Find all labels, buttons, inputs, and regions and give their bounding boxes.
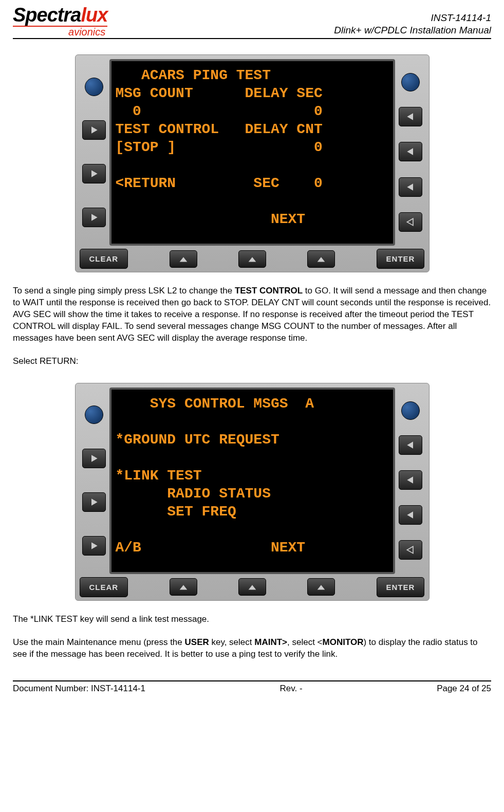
enter-button[interactable]: ENTER [377, 249, 425, 269]
lsk-l2[interactable] [82, 120, 106, 140]
lsk-l4[interactable] [82, 208, 106, 227]
annunciator-left[interactable] [85, 78, 103, 96]
right-lsk-column [395, 59, 426, 246]
lsk-r2b[interactable] [399, 435, 422, 455]
arrow-up-button-b1[interactable] [170, 578, 197, 596]
doc-title: Dlink+ w/CPDLC Installation Manual [334, 24, 491, 37]
bold-user: USER [185, 637, 209, 647]
arrow-up-button-b3[interactable] [307, 578, 335, 596]
bold-test-control: TEST CONTROL [235, 286, 303, 296]
cdu-unit-2: SYS CONTROL MSGS A *GROUND UTC REQUEST *… [75, 383, 430, 601]
clear-button[interactable]: CLEAR [80, 249, 128, 269]
left-lsk-column-2 [79, 387, 109, 574]
cdu-screen-2: SYS CONTROL MSGS A *GROUND UTC REQUEST *… [109, 387, 395, 574]
arrow-up-button-3[interactable] [307, 250, 335, 268]
lsk-l2b[interactable] [82, 449, 106, 468]
bold-maint: MAINT> [254, 637, 287, 647]
lsk-r4b[interactable] [399, 505, 422, 525]
header-right: INST-14114-1 Dlink+ w/CPDLC Installation… [334, 12, 491, 37]
logo-subtext: avionics [13, 26, 107, 37]
page-header: Spectralux avionics INST-14114-1 Dlink+ … [13, 5, 491, 39]
bold-monitor: MONITOR [323, 637, 364, 647]
arrow-up-button-b2[interactable] [238, 578, 266, 596]
cdu-unit-1: ACARS PING TEST MSG COUNT DELAY SEC 0 0 … [75, 54, 430, 272]
footer-center: Rev. - [280, 684, 303, 694]
left-lsk-column [79, 59, 109, 246]
lsk-l4b[interactable] [82, 536, 106, 556]
footer-right: Page 24 of 25 [437, 684, 491, 694]
arrow-up-button-1[interactable] [170, 250, 197, 268]
footer-left: Document Number: INST-14114-1 [13, 684, 145, 694]
logo-text-2: lux [81, 4, 107, 26]
annunciator-right-2[interactable] [401, 401, 420, 420]
cdu-screen-1: ACARS PING TEST MSG COUNT DELAY SEC 0 0 … [109, 59, 395, 246]
logo-text-1: Spectra [13, 4, 81, 26]
logo: Spectralux avionics [13, 5, 107, 37]
arrow-up-button-2[interactable] [238, 250, 266, 268]
enter-button-2[interactable]: ENTER [377, 577, 425, 597]
clear-button-2[interactable]: CLEAR [80, 577, 128, 597]
lsk-r4[interactable] [399, 177, 422, 197]
annunciator-left-2[interactable] [85, 405, 103, 424]
doc-id: INST-14114-1 [334, 12, 491, 25]
paragraph-2: Select RETURN: [13, 356, 491, 367]
page-footer: Document Number: INST-14114-1 Rev. - Pag… [13, 680, 491, 694]
lsk-r2[interactable] [399, 107, 422, 126]
lsk-r5[interactable] [399, 212, 422, 232]
lsk-r3b[interactable] [399, 470, 422, 490]
lsk-r5b[interactable] [399, 540, 422, 560]
paragraph-1: To send a single ping simply press LSK L… [13, 285, 491, 344]
right-lsk-column-2 [395, 387, 426, 574]
lsk-l3b[interactable] [82, 492, 106, 512]
paragraph-3: The *LINK TEST key will send a link test… [13, 614, 491, 625]
lsk-l3[interactable] [82, 164, 106, 183]
lsk-r3[interactable] [399, 142, 422, 161]
annunciator-right[interactable] [401, 73, 420, 91]
paragraph-4: Use the main Maintenance menu (press the… [13, 637, 491, 660]
